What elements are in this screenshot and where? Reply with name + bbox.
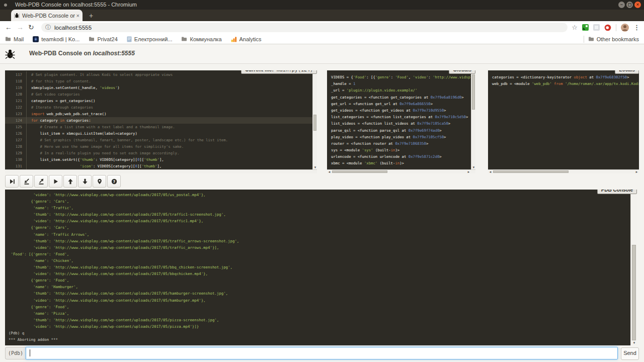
console-output-line: 'name': 'Chicken', [9, 257, 630, 264]
locals-horizontal-scrollbar[interactable]: ◄ ► [488, 169, 639, 173]
console-output-line: 'video': 'http://www.vidsplay.com/wp-con… [9, 244, 630, 251]
arrow-up-icon [67, 178, 73, 185]
step-button[interactable] [20, 175, 33, 188]
tab-strip: Web-PDB Console on loca × + [0, 10, 644, 21]
variable-line: categories = <dictionary-keyiterator obj… [492, 74, 639, 80]
variable-line: VIDEOS = {'Food': [{'genre': 'Food', 'vi… [331, 74, 475, 80]
bookmark-electronic[interactable]: Електронний... [127, 36, 173, 42]
locals-listing: categories = <dictionary-keyiterator obj… [488, 70, 639, 173]
address-bar[interactable]: ⓘ localhost:5555 [41, 23, 568, 32]
variable-line: parse_qsl = <function parse_qsl at 0x7f9… [331, 127, 475, 134]
help-button[interactable]: ? [107, 175, 121, 188]
code-line-124: 124for category in categories: [5, 117, 317, 124]
console-output-line: 'video': 'http://www.vidsplay.com/wp-con… [9, 218, 630, 224]
extension-gray-icon[interactable] [593, 24, 600, 31]
close-button[interactable]: × [634, 2, 641, 8]
globals-panel: Globals VIDEOS = {'Food': [{'genre': 'Fo… [327, 70, 475, 173]
bookmark-teamkodi[interactable]: teamkodi | Ko... [33, 36, 79, 42]
new-tab-button[interactable]: + [87, 11, 96, 20]
code-line-119: 119xbmcplugin.setContent(_handle, 'video… [5, 84, 317, 91]
console-output-line: {'genre': 'Cars', [9, 198, 630, 205]
code-line-128: 128 # Here we use the same image for all… [5, 143, 317, 150]
back-icon[interactable]: ← [5, 23, 12, 31]
send-button[interactable]: Send [621, 347, 639, 360]
browser-tab[interactable]: Web-PDB Console on loca × [11, 10, 83, 21]
extension-green-icon[interactable] [582, 24, 589, 31]
command-input-row: (Pdb) Send [5, 347, 639, 359]
where-button[interactable] [93, 175, 106, 188]
kodi-favicon [33, 36, 39, 42]
forward-icon[interactable]: → [17, 23, 24, 31]
folder-icon [181, 36, 187, 42]
bug-favicon-icon [14, 13, 20, 18]
continue-button[interactable] [49, 175, 62, 188]
variable-line: xbmc = <module 'xbmc' (built-in)> [331, 160, 475, 166]
profile-avatar[interactable] [621, 24, 629, 32]
browser-menu-icon[interactable]: ⋮ [633, 24, 640, 31]
bookmark-kommunalka[interactable]: Коммуналка [181, 36, 221, 42]
code-line-118: 118# for this type of content. [5, 78, 317, 84]
console-scrollbar[interactable]: ▼ [630, 190, 637, 345]
code-line-130: 130 list_item.setArt({'thumb': VIDEOS[ca… [5, 156, 317, 163]
variable-line: _url = 'plugin://plugin.video.example/' [331, 87, 475, 94]
page-info-icon[interactable]: ⓘ [45, 24, 51, 31]
window-titlebar: Web-PDB Console on localhost:5555 - Chro… [0, 0, 644, 10]
variable-line: play_video = <function play_video at 0x7… [331, 134, 475, 140]
bookmark-mail[interactable]: Mail [5, 36, 24, 42]
bookmark-privat24[interactable]: Privat24 [89, 36, 117, 42]
minimize-button[interactable]: − [618, 2, 625, 8]
toolbar-divider [616, 24, 616, 31]
debugger-toolbar: ? [5, 175, 121, 188]
console-output-line: 'video': 'http://www.vidsplay.com/wp-con… [9, 297, 630, 304]
extension-red-icon[interactable] [604, 24, 611, 31]
code-horizontal-scrollbar[interactable] [5, 169, 317, 173]
console-output-line: 'video': 'http://www.vidsplay.com/wp-con… [9, 323, 630, 330]
globals-listing: VIDEOS = {'Food': [{'genre': 'Food', 'vi… [327, 70, 475, 173]
svg-text:?: ? [113, 179, 115, 184]
locals-panel: Locals categories = <dictionary-keyitera… [488, 70, 639, 173]
code-vertical-scrollbar[interactable]: ▼ [312, 70, 317, 169]
code-listing: 117# Set plugin content. It allows Kodi … [5, 70, 317, 173]
console-output-line: {'genre': 'Cars', [9, 224, 630, 231]
window-title: Web-PDB Console on localhost:5555 - Chro… [15, 2, 137, 8]
page-header: Web-PDB Console on localhost:5555 [0, 44, 644, 64]
bookmark-analytics[interactable]: Analytics [231, 36, 262, 42]
console-output-line: 'name': 'Traffic', [9, 205, 630, 211]
text-caret [30, 349, 30, 356]
arrow-down-icon [82, 178, 88, 185]
bookmark-star-icon[interactable]: ☆ [572, 24, 578, 31]
up-button[interactable] [63, 175, 77, 188]
code-line-123: 123import web_pdb;web_pdb.set_trace() [5, 111, 317, 117]
globals-horizontal-scrollbar[interactable]: ◄ ► [327, 169, 475, 173]
other-bookmarks[interactable]: Other bookmarks [588, 36, 639, 42]
console-output-line: 'thumb': 'http://www.vidsplay.com/wp-con… [9, 211, 630, 218]
folder-icon [588, 36, 594, 42]
bookmarks-bar: Mail teamkodi | Ko... Privat24 Електронн… [0, 34, 644, 44]
code-line-131: 131 'icon': VIDEOS[category][0]['thumb']… [5, 163, 317, 169]
locals-label: Locals [615, 70, 639, 74]
pdb-command-input[interactable] [26, 347, 618, 359]
folder-icon [89, 36, 95, 42]
return-button[interactable] [34, 175, 48, 188]
tab-close-icon[interactable]: × [76, 13, 79, 19]
step-out-icon [38, 178, 44, 185]
code-line-126: 126 list_item = xbmcgui.ListItem(label=c… [5, 130, 317, 137]
next-button[interactable] [5, 175, 19, 188]
variable-line: list_videos = <function list_videos at 0… [331, 120, 475, 127]
globals-vertical-scrollbar[interactable]: ▼ [471, 70, 475, 169]
code-line-120: 120# Get video categories [5, 91, 317, 98]
console-output-line: 'name': 'Traffic Arrows', [9, 231, 630, 238]
console-output-line: 'thumb': 'http://www.vidsplay.com/wp-con… [9, 238, 630, 244]
variable-line: sys = <module 'sys' (built-in)> [331, 147, 475, 153]
reload-icon[interactable]: ↻ [28, 23, 34, 31]
console-system-line: (Pdb) q [9, 330, 630, 336]
down-button[interactable] [78, 175, 92, 188]
page-title: Web-PDB Console on localhost:5555 [29, 50, 135, 57]
pdb-console-label: PDB Console [597, 190, 637, 194]
document-icon [127, 36, 132, 42]
current-file-label: Current file: main.py(124) [241, 70, 317, 74]
console-output: 'video': 'http://www.vidsplay.com/wp-con… [5, 190, 630, 345]
maximize-button[interactable]: ◻ [626, 2, 633, 8]
code-line-129: 129 # In a real-life plugin you need to … [5, 150, 317, 156]
variable-line: get_categories = <function get_categorie… [331, 94, 475, 101]
